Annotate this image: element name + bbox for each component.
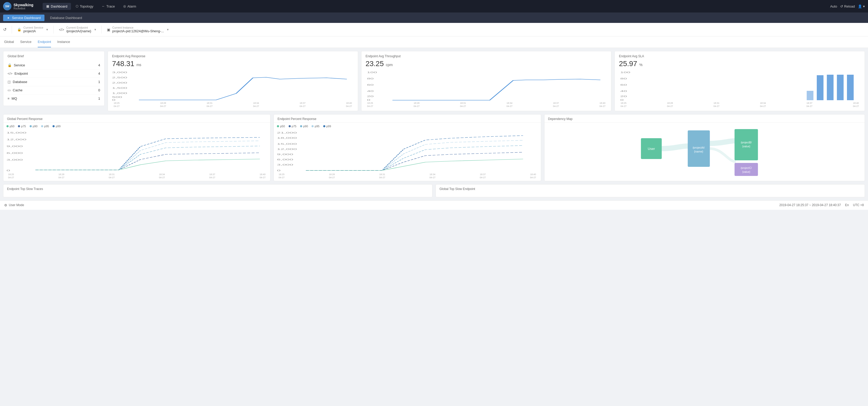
nav-topology[interactable]: ⬡ Topology (72, 3, 97, 10)
monitor-icon: ▣ (107, 28, 110, 32)
language[interactable]: En (845, 203, 849, 207)
status-right: 2019-04-27 18:25:37 ~ 2019-04-27 18:40:3… (779, 203, 864, 207)
database-count: 1 (98, 80, 100, 84)
ep-legend-p50: p50 (277, 125, 285, 128)
slow-endpoint-title: Global Top Slow Endpoint (439, 187, 861, 191)
service-dash-icon: ▸ (7, 16, 10, 20)
endpoint-percent-title: Endpoint Percent Response (274, 115, 540, 123)
svg-text:/projectC/: /projectC/ (741, 167, 752, 169)
svg-text:0: 0 (620, 99, 624, 101)
svg-text:3,000: 3,000 (112, 71, 127, 74)
brief-mq: ≡ MQ 1 (7, 94, 100, 103)
avg-response-card: Endpoint Avg Response 748.31 ms 3,000 2,… (107, 51, 358, 111)
global-brief-col: Global Brief 🔒 Service 4 </> Endpoint 4 (3, 51, 104, 111)
svg-text:2,500: 2,500 (112, 76, 127, 79)
user-icon: 👤 ▾ (858, 4, 865, 8)
global-percent-card: Global Percent Response p50 p75 p90 p95 (3, 114, 271, 181)
endpoint-selector[interactable]: </> Current Endpoint /projectA/{name} ▾ (59, 26, 96, 33)
p50-dot (6, 125, 8, 127)
svg-text:15,000: 15,000 (277, 143, 297, 145)
brief-database: ◫ Database 1 (7, 78, 100, 86)
divider-3 (101, 26, 102, 34)
tab-bar: Global Service Endpoint Instance (0, 36, 868, 48)
svg-text:0: 0 (112, 99, 116, 101)
mq-icon: ≡ (7, 96, 10, 100)
svg-text:User: User (648, 147, 655, 151)
ep-legend-p75: p75 (289, 125, 297, 128)
slow-traces-card: Endpoint Top Slow Traces (3, 184, 432, 197)
svg-text:3,000: 3,000 (6, 158, 23, 161)
p75-dot (18, 125, 20, 127)
code-icon: </> (59, 28, 64, 32)
reload-button[interactable]: ↺ Reload (840, 4, 855, 8)
user-menu[interactable]: 👤 ▾ (858, 4, 865, 8)
service-icon: 🔒 (7, 63, 12, 67)
brief-cache: ▭ Cache 0 (7, 86, 100, 94)
row-2: Global Percent Response p50 p75 p90 p95 (3, 114, 865, 181)
service-selector-value: projectA (23, 29, 43, 33)
p95-dot (41, 125, 43, 127)
sub-nav: ▸ Service Dashboard Database Dashboard (0, 12, 868, 23)
avg-sla-card: Endpoint Avg SLA 25.97 % 100 80 60 40 20… (615, 51, 865, 111)
dependency-map-card: Dependency Map User /projectA/ {name} (544, 114, 865, 181)
endpoint-percent-chart: 21,000 18,000 15,000 12,000 9,000 6,000 … (274, 129, 540, 181)
metric-row: Endpoint Avg Response 748.31 ms 3,000 2,… (107, 51, 865, 111)
global-percent-legend: p50 p75 p90 p95 p99 (3, 123, 270, 129)
tab-endpoint[interactable]: Endpoint (38, 37, 51, 47)
nav-dashboard[interactable]: ▦ Dashboard (43, 3, 71, 10)
svg-rect-19 (807, 91, 814, 100)
avg-throughput-unit: cpm (386, 63, 393, 67)
svg-text:{value}: {value} (742, 171, 750, 173)
service-selector-arrow: ▾ (46, 28, 48, 31)
svg-text:18,000: 18,000 (277, 137, 297, 139)
dependency-map-area: User /projectA/ {name} /projectB/ {value… (545, 123, 865, 180)
legend-p99: p99 (53, 125, 60, 128)
avg-throughput-value: 23.25 (366, 60, 384, 68)
nav-items: ▦ Dashboard ⬡ Topology ↔ Trace ◎ Alarm (43, 3, 830, 10)
nav-right: Auto ↺ Reload 👤 ▾ (830, 4, 865, 8)
service-dashboard-tab[interactable]: ▸ Service Dashboard (3, 14, 44, 21)
lock-icon: 🔒 (17, 28, 21, 31)
svg-text:{name}: {name} (694, 150, 703, 153)
brief-service: 🔒 Service 4 (7, 61, 100, 69)
svg-text:3,000: 3,000 (277, 164, 293, 166)
main-content: Global Brief 🔒 Service 4 </> Endpoint 4 (0, 48, 868, 200)
database-icon: ◫ (7, 80, 11, 84)
topology-icon: ⬡ (76, 4, 78, 8)
avg-sla-value: 25.97 (619, 60, 637, 68)
svg-text:21,000: 21,000 (277, 132, 297, 134)
global-brief-title: Global Brief (7, 54, 100, 58)
avg-response-chart: 3,000 2,500 2,000 1,500 1,000 500 0 18:2… (112, 70, 354, 108)
slow-endpoint-card: Global Top Slow Endpoint (436, 184, 865, 197)
tab-service[interactable]: Service (20, 37, 31, 47)
avg-throughput-chart: 100 80 60 40 20 0 18:2504-27 18:2804-27 (366, 70, 607, 108)
tab-instance[interactable]: Instance (57, 37, 70, 47)
cache-count: 0 (98, 88, 100, 92)
service-selector[interactable]: 🔒 Current Service projectA ▾ (17, 26, 48, 33)
trace-icon: ↔ (102, 4, 105, 8)
timezone: UTC +8 (853, 203, 864, 207)
slow-traces-title: Endpoint Top Slow Traces (7, 187, 429, 191)
avg-sla-chart: 100 80 60 40 20 0 (619, 70, 861, 108)
svg-text:6,000: 6,000 (277, 158, 293, 161)
endpoint-selector-arrow: ▾ (94, 28, 96, 31)
svg-text:500: 500 (112, 96, 122, 98)
database-dashboard-tab[interactable]: Database Dashboard (46, 14, 86, 21)
metrics-col: Endpoint Avg Response 748.31 ms 3,000 2,… (107, 51, 865, 111)
legend-p95: p95 (41, 125, 49, 128)
ep-p75-dot (289, 125, 291, 127)
refresh-selector[interactable]: ↺ (3, 27, 6, 32)
row-1: Global Brief 🔒 Service 4 </> Endpoint 4 (3, 51, 865, 111)
svg-text:15,000: 15,000 (6, 132, 27, 134)
alarm-icon: ◎ (123, 4, 126, 8)
nav-trace[interactable]: ↔ Trace (98, 3, 119, 10)
ep-p90-dot (300, 125, 302, 127)
nav-alarm[interactable]: ◎ Alarm (120, 3, 140, 10)
instance-selector[interactable]: ▣ Current Instance projectA-pid:12624@Wu… (107, 26, 169, 33)
refresh-icon: ↺ (3, 27, 6, 32)
endpoint-percent-legend: p50 p75 p90 p95 p99 (274, 123, 540, 129)
ep-legend-p90: p90 (300, 125, 308, 128)
tab-global[interactable]: Global (4, 37, 14, 47)
global-percent-chart: 15,000 12,000 9,000 6,000 3,000 0 (3, 129, 270, 181)
svg-text:6,000: 6,000 (6, 152, 23, 154)
